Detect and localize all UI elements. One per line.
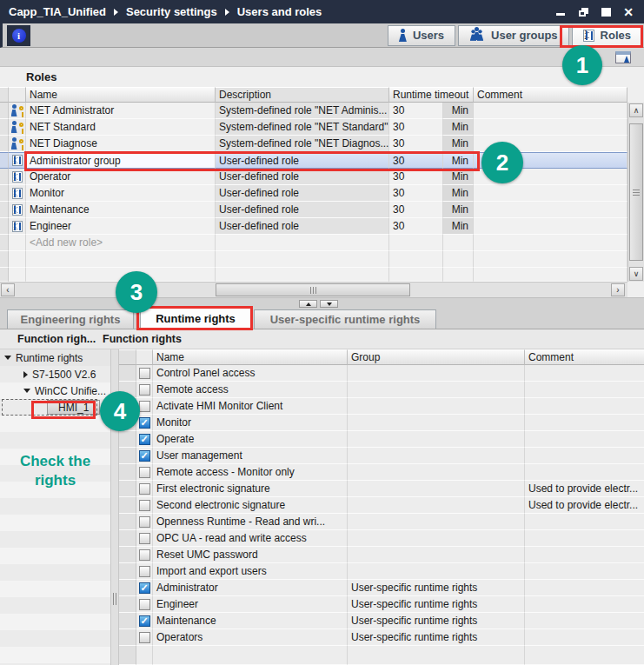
- function-right-row[interactable]: Openness Runtime - Read and wri...: [119, 514, 644, 530]
- runtime-timeout-unit-cell[interactable]: Min: [443, 103, 474, 119]
- runtime-timeout-unit-cell[interactable]: Min: [443, 185, 474, 202]
- row-gutter[interactable]: [119, 629, 136, 646]
- right-checkbox[interactable]: [139, 467, 150, 478]
- tree-item-label[interactable]: S7-1500 V2.6: [32, 369, 96, 381]
- tab-user-specific-runtime-rights[interactable]: User-specific runtime rights: [254, 309, 436, 329]
- role-description-cell[interactable]: System-defined role "NET Adminis...: [216, 103, 389, 119]
- tree-item[interactable]: Runtime rights: [0, 349, 110, 366]
- runtime-timeout-value-cell[interactable]: 30: [389, 136, 443, 152]
- column-header-name[interactable]: Name: [153, 349, 348, 365]
- row-gutter[interactable]: [0, 103, 9, 119]
- column-header-description[interactable]: Description: [216, 87, 389, 103]
- info-button[interactable]: i: [7, 25, 30, 46]
- right-checkbox[interactable]: [139, 417, 150, 429]
- function-right-row[interactable]: Import and export users: [119, 563, 644, 580]
- right-name-cell[interactable]: Monitor: [153, 415, 348, 431]
- tree-expander-icon[interactable]: [4, 356, 11, 360]
- function-right-row[interactable]: Remote access - Monitor only: [119, 464, 644, 481]
- role-name-cell[interactable]: Maintenance: [26, 202, 216, 218]
- row-gutter[interactable]: [0, 185, 9, 202]
- row-gutter[interactable]: [119, 464, 136, 481]
- runtime-timeout-unit-cell[interactable]: Min: [443, 119, 474, 136]
- roles-horizontal-scrollbar[interactable]: ‹ ›: [0, 282, 627, 297]
- right-name-cell[interactable]: Remote access: [153, 382, 348, 398]
- scroll-left-button[interactable]: ‹: [1, 283, 15, 296]
- vertical-scroll-thumb[interactable]: [629, 123, 643, 261]
- function-right-row[interactable]: Administrator User-specific runtime righ…: [119, 580, 644, 596]
- function-right-row[interactable]: Reset UMC password: [119, 547, 644, 563]
- role-description-cell[interactable]: System-defined role "NET Standard": [216, 119, 389, 136]
- right-name-cell[interactable]: Reset UMC password: [153, 547, 348, 563]
- right-checkbox[interactable]: [139, 566, 150, 577]
- right-name-cell[interactable]: Activate HMI Monitor Client: [153, 398, 348, 415]
- role-description-cell[interactable]: User-defined role: [216, 185, 389, 202]
- role-table-row[interactable]: NET Diagnose System-defined role "NET Di…: [0, 136, 627, 152]
- role-comment-cell[interactable]: [474, 218, 627, 235]
- runtime-timeout-value-cell[interactable]: 30: [389, 169, 443, 185]
- row-gutter[interactable]: [0, 152, 9, 169]
- role-table-row[interactable]: NET Administrator System-defined role "N…: [0, 103, 627, 119]
- user-groups-button[interactable]: User groups: [458, 25, 569, 46]
- role-comment-cell[interactable]: [474, 119, 627, 136]
- row-gutter[interactable]: [119, 613, 136, 629]
- tab-runtime-rights[interactable]: Runtime rights: [140, 308, 251, 329]
- function-right-row[interactable]: Monitor: [119, 415, 644, 431]
- right-name-cell[interactable]: User management: [153, 448, 348, 464]
- roles-button[interactable]: Roles: [572, 25, 642, 46]
- users-button[interactable]: Users: [388, 25, 455, 46]
- row-gutter[interactable]: [119, 547, 136, 563]
- right-checkbox[interactable]: [139, 500, 150, 511]
- row-gutter[interactable]: [119, 580, 136, 596]
- right-checkbox[interactable]: [139, 434, 150, 445]
- runtime-timeout-unit-cell[interactable]: Min: [443, 152, 474, 169]
- tree-expander-icon[interactable]: [23, 371, 28, 378]
- role-name-cell[interactable]: NET Administrator: [26, 103, 216, 119]
- role-name-cell[interactable]: Engineer: [26, 218, 216, 235]
- role-description-cell[interactable]: User-defined role: [216, 218, 389, 235]
- splitter-collapse-down-button[interactable]: [320, 300, 338, 308]
- role-name-cell[interactable]: NET Standard: [26, 119, 216, 136]
- role-comment-cell[interactable]: [474, 103, 627, 119]
- right-checkbox[interactable]: [139, 615, 150, 627]
- role-name-cell[interactable]: NET Diagnose: [26, 136, 216, 152]
- runtime-timeout-unit-cell[interactable]: Min: [443, 136, 474, 152]
- breadcrumb-security-settings[interactable]: Security settings: [126, 5, 217, 18]
- function-right-row[interactable]: Second electronic signature Used to prov…: [119, 497, 644, 514]
- row-gutter[interactable]: [119, 530, 136, 547]
- right-name-cell[interactable]: Remote access - Monitor only: [153, 464, 348, 481]
- runtime-timeout-value-cell[interactable]: 30: [389, 103, 443, 119]
- column-header-comment[interactable]: Comment: [525, 349, 644, 365]
- horizontal-splitter[interactable]: [0, 297, 644, 309]
- row-gutter[interactable]: [0, 202, 9, 218]
- runtime-timeout-value-cell[interactable]: 30: [389, 218, 443, 235]
- right-checkbox[interactable]: [139, 401, 150, 412]
- runtime-timeout-unit-cell[interactable]: Min: [443, 202, 474, 218]
- runtime-timeout-unit-cell[interactable]: Min: [443, 169, 474, 185]
- right-checkbox[interactable]: [139, 533, 150, 544]
- row-gutter[interactable]: [119, 497, 136, 514]
- row-gutter[interactable]: [0, 218, 9, 235]
- right-name-cell[interactable]: Engineer: [153, 596, 348, 613]
- row-gutter[interactable]: [119, 481, 136, 497]
- role-table-row[interactable]: Administrator group User-defined role 30…: [0, 152, 627, 169]
- role-description-cell[interactable]: System-defined role "NET Diagnos...: [216, 136, 389, 152]
- function-right-row[interactable]: OPC UA - read and write access: [119, 530, 644, 547]
- function-right-row[interactable]: Maintenance User-specific runtime rights: [119, 613, 644, 629]
- role-table-row[interactable]: Maintenance User-defined role 30 Min: [0, 202, 627, 218]
- right-checkbox[interactable]: [139, 599, 150, 610]
- right-name-cell[interactable]: OPC UA - read and write access: [153, 530, 348, 547]
- role-comment-cell[interactable]: [474, 185, 627, 202]
- add-new-role-row[interactable]: <Add new role>: [0, 235, 627, 251]
- role-description-cell[interactable]: User-defined role: [216, 202, 389, 218]
- row-gutter[interactable]: [0, 136, 9, 152]
- right-name-cell[interactable]: First electronic signature: [153, 481, 348, 497]
- role-comment-cell[interactable]: [474, 202, 627, 218]
- role-description-cell[interactable]: User-defined role: [216, 169, 389, 185]
- column-header-runtime-timeout[interactable]: Runtime timeout: [389, 87, 474, 103]
- right-name-cell[interactable]: Administrator: [153, 580, 348, 596]
- role-name-cell[interactable]: Monitor: [26, 185, 216, 202]
- role-name-cell[interactable]: Administrator group: [26, 152, 216, 169]
- function-right-row[interactable]: Remote access: [119, 382, 644, 398]
- right-name-cell[interactable]: Control Panel access: [153, 365, 348, 382]
- right-name-cell[interactable]: Second electronic signature: [153, 497, 348, 514]
